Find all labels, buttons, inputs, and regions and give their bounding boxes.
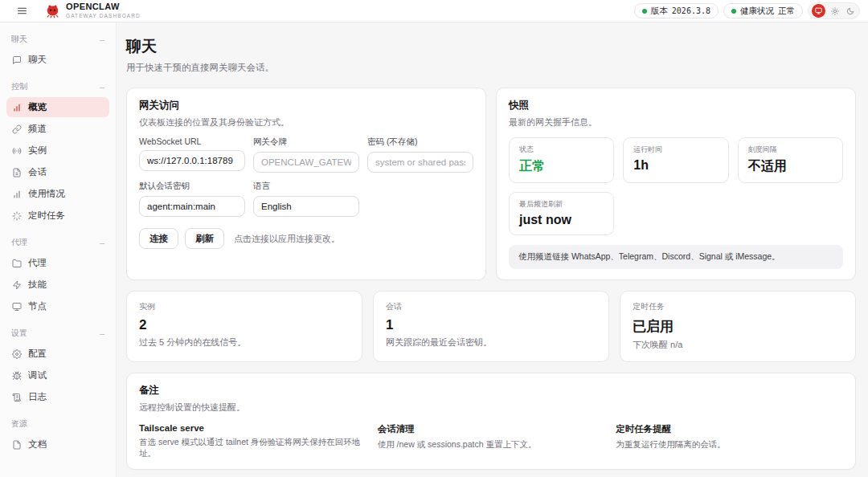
status-value: 正常 [519,158,604,175]
document-icon [12,440,22,450]
uptime-tile: 运行时间 1h [623,137,728,183]
cron-stat-card: 定时任务 已启用 下次唤醒 n/a [620,291,856,362]
theme-system-icon[interactable] [812,4,825,18]
gear-icon [12,349,22,359]
connect-button[interactable]: 连接 [139,228,178,249]
monitor-icon [12,302,22,312]
sidebar-section-resources[interactable]: 资源 [0,415,116,433]
collapse-icon: – [100,238,104,247]
version-badge: 版本 2026.3.8 [634,3,719,18]
brand-name: OPENCLAW [66,2,141,11]
connect-hint: 点击连接以应用连接更改。 [234,233,340,245]
sidebar-item-agents[interactable]: 代理 [6,253,109,273]
websocket-url-input[interactable] [139,150,245,171]
status-dot [642,9,647,14]
refresh-button[interactable]: 刷新 [185,228,224,249]
sidebar-item-debug[interactable]: 调试 [6,365,109,385]
field-label: 网关令牌 [253,137,359,148]
link-icon [12,124,22,134]
sessions-stat-card: 会话 1 网关跟踪的最近会话密钥。 [373,291,609,362]
theme-dark-icon[interactable] [844,5,856,17]
card-subtitle: 最新的网关握手信息。 [509,116,843,128]
chat-bubble-icon [12,55,22,65]
channels-note: 使用频道链接 WhatsApp、Telegram、Discord、Signal … [509,245,843,269]
brand: OPENCLAW GATEWAY DASHBOARD [45,2,141,19]
openclaw-logo-icon [45,3,60,18]
sidebar-section-agents[interactable]: 代理 – [0,234,116,251]
sidebar-item-nodes[interactable]: 节点 [6,296,109,316]
sidebar-section-chat[interactable]: 聊天 – [0,31,116,48]
top-bar: OPENCLAW GATEWAY DASHBOARD 版本 2026.3.8 健… [0,0,868,22]
gateway-token-input[interactable] [253,152,359,173]
bug-icon [12,371,22,381]
last-refresh-tile: 最后频道刷新 just now [509,192,614,235]
note-item: Tailscale serve 首选 serve 模式以通过 tailnet 身… [139,423,366,459]
sidebar-item-config[interactable]: 配置 [6,344,109,364]
sidebar-item-docs[interactable]: 文档 [6,434,109,455]
status-tile: 状态 正常 [509,137,614,183]
tick-interval-tile: 刻度间隔 不适用 [738,137,843,183]
sidebar-item-usage[interactable]: 使用情况 [6,184,109,204]
sidebar-section-settings[interactable]: 设置 – [0,324,116,342]
note-item: 会话清理 使用 /new 或 sessions.patch 重置上下文。 [378,423,605,459]
logs-icon [12,393,22,402]
sidebar-item-chat[interactable]: 聊天 [6,50,109,70]
health-badge: 健康状况 正常 [723,3,803,18]
brand-tagline: GATEWAY DASHBOARD [66,13,141,19]
field-label: WebSocket URL [139,137,245,146]
version-value: 2026.3.8 [672,6,710,15]
health-label: 健康状况 [740,6,774,17]
session-key-input[interactable] [139,196,245,217]
card-subtitle: 仪表板连接的位置及其身份验证方式。 [139,116,473,128]
collapse-icon: – [100,82,104,92]
uptime-value: 1h [633,158,718,173]
sidebar-item-sessions[interactable]: 会话 [6,162,109,182]
field-label: 语言 [253,181,359,192]
zap-icon [12,280,22,290]
sidebar-item-channels[interactable]: 频道 [6,119,109,139]
sidebar-section-control[interactable]: 控制 – [0,78,116,96]
gateway-access-card: 网关访问 仪表板连接的位置及其身份验证方式。 WebSocket URL 网关令… [126,88,486,280]
field-label: 密码 (不存储) [367,137,473,148]
sidebar-item-instances[interactable]: 实例 [6,141,109,161]
card-subtitle: 远程控制设置的快速提醒。 [139,402,843,414]
sidebar-item-skills[interactable]: 技能 [6,275,109,295]
card-title: 快照 [509,99,843,112]
theme-light-icon[interactable] [829,5,841,17]
page-title: 聊天 [126,36,856,57]
card-title: 备注 [139,384,843,398]
main-content: 聊天 用于快速干预的直接网关聊天会话。 网关访问 仪表板连接的位置及其身份验证方… [117,22,868,477]
instances-stat-card: 实例 2 过去 5 分钟内的在线信号。 [126,291,362,362]
instances-value: 2 [139,317,350,333]
bar-chart-icon [12,103,22,112]
collapse-icon: – [100,35,104,44]
health-value: 正常 [778,6,795,17]
tick-interval-value: 不适用 [748,158,833,175]
sidebar: 聊天 – 聊天 控制 – 概览 频道 [0,22,117,477]
theme-switcher [808,2,860,19]
field-label: 默认会话密钥 [139,181,245,192]
snapshot-card: 快照 最新的网关握手信息。 状态 正常 运行时间 1h 刻度间隔 不适用 最后 [496,88,856,280]
notes-card: 备注 远程控制设置的快速提醒。 Tailscale serve 首选 serve… [126,373,856,470]
version-label: 版本 [651,6,668,17]
page-subtitle: 用于快速干预的直接网关聊天会话。 [126,62,856,74]
card-title: 网关访问 [139,99,473,112]
language-input[interactable] [253,196,359,217]
sidebar-item-logs[interactable]: 日志 [6,387,109,407]
last-refresh-value: just now [519,213,604,227]
folder-icon [12,259,22,268]
file-text-icon [12,168,22,177]
cron-value: 已启用 [633,317,843,336]
note-item: 定时任务提醒 为重复运行使用隔离的会话。 [616,423,843,459]
menu-icon[interactable] [11,2,32,20]
loader-icon [12,211,22,221]
password-input[interactable] [367,152,473,173]
sidebar-item-overview[interactable]: 概览 [6,97,109,117]
sidebar-item-cron[interactable]: 定时任务 [6,206,109,226]
usage-chart-icon [12,190,22,199]
collapse-icon: – [100,328,104,338]
sessions-value: 1 [386,317,596,333]
broadcast-icon [12,146,22,156]
status-dot [731,9,736,14]
